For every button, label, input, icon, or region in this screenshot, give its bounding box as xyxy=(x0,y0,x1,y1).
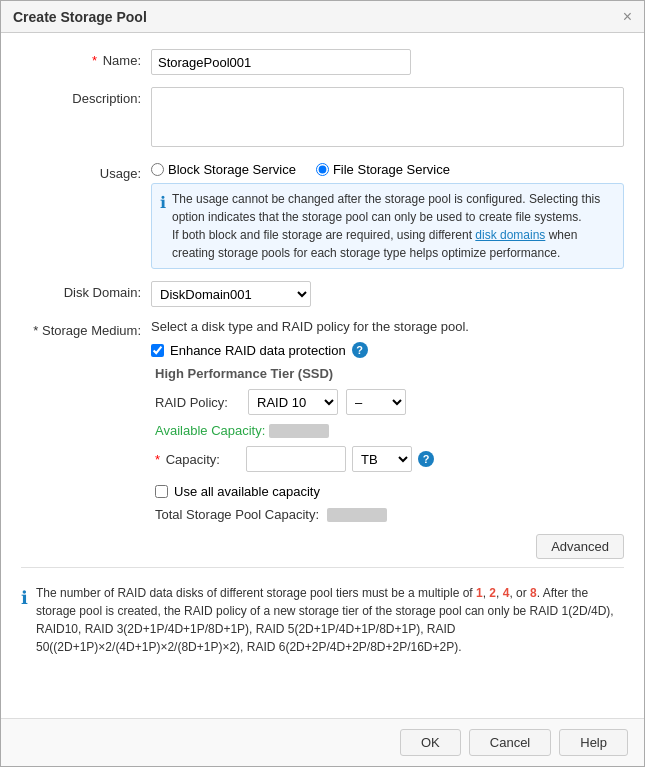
description-row: Description: xyxy=(21,87,624,150)
tier-label-row: High Performance Tier (SSD) xyxy=(151,366,624,381)
total-capacity-label: Total Storage Pool Capacity: xyxy=(155,507,319,522)
dialog-title-bar: Create Storage Pool × xyxy=(1,1,644,33)
highlight-2: 2 xyxy=(489,586,496,600)
capacity-unit-select[interactable]: TB xyxy=(352,446,412,472)
raid-policy-row: RAID Policy: RAID 10 – xyxy=(155,389,624,415)
total-capacity-row: Total Storage Pool Capacity: xyxy=(155,507,624,522)
name-row: * Name: xyxy=(21,49,624,75)
raid-policy-label: RAID Policy: xyxy=(155,395,240,410)
disk-domain-select[interactable]: DiskDomain001 xyxy=(151,281,311,307)
capacity-label: * Capacity: xyxy=(155,452,240,467)
dialog-title: Create Storage Pool xyxy=(13,9,147,25)
enhance-raid-checkbox[interactable] xyxy=(151,344,164,357)
disk-domain-row: Disk Domain: DiskDomain001 xyxy=(21,281,624,307)
usage-row: Usage: Block Storage Service File Storag… xyxy=(21,162,624,269)
raid-policy-select[interactable]: RAID 10 xyxy=(248,389,338,415)
enhance-raid-label: Enhance RAID data protection xyxy=(170,343,346,358)
close-button[interactable]: × xyxy=(623,9,632,25)
usage-content: Block Storage Service File Storage Servi… xyxy=(151,162,624,269)
usage-label: Usage: xyxy=(21,162,151,181)
disk-domain-content: DiskDomain001 xyxy=(151,281,624,307)
cancel-button[interactable]: Cancel xyxy=(469,729,551,756)
help-button[interactable]: Help xyxy=(559,729,628,756)
name-label: * Name: xyxy=(21,49,151,68)
info-bottom-icon: ℹ xyxy=(21,585,28,656)
usage-radio-group: Block Storage Service File Storage Servi… xyxy=(151,162,624,177)
available-capacity-label: Available Capacity: xyxy=(155,423,265,438)
ok-button[interactable]: OK xyxy=(400,729,461,756)
use-all-row: Use all available capacity xyxy=(155,484,624,499)
capacity-row: * Capacity: TB ? xyxy=(155,446,624,472)
file-storage-radio[interactable] xyxy=(316,163,329,176)
storage-medium-row: * Storage Medium: Select a disk type and… xyxy=(21,319,624,522)
storage-medium-hint: Select a disk type and RAID policy for t… xyxy=(151,319,624,334)
capacity-required-star: * xyxy=(155,452,160,467)
raid-dash-select[interactable]: – xyxy=(346,389,406,415)
storage-medium-content: Select a disk type and RAID policy for t… xyxy=(151,319,624,522)
enhance-raid-row: Enhance RAID data protection ? xyxy=(151,342,624,358)
block-storage-radio[interactable] xyxy=(151,163,164,176)
enhance-raid-help-icon[interactable]: ? xyxy=(352,342,368,358)
info-bottom-box: ℹ The number of RAID data disks of diffe… xyxy=(21,576,624,664)
dialog-body: * Name: Description: Usage: Block Storag… xyxy=(1,33,644,718)
capacity-help-icon[interactable]: ? xyxy=(418,451,434,467)
create-storage-pool-dialog: Create Storage Pool × * Name: Descriptio… xyxy=(0,0,645,767)
description-textarea[interactable] xyxy=(151,87,624,147)
disk-domain-label: Disk Domain: xyxy=(21,281,151,300)
name-required-star: * xyxy=(92,53,97,68)
total-capacity-value xyxy=(327,508,387,522)
use-all-label: Use all available capacity xyxy=(174,484,320,499)
file-storage-label: File Storage Service xyxy=(333,162,450,177)
storage-medium-label: * Storage Medium: xyxy=(21,319,151,338)
use-all-checkbox[interactable] xyxy=(155,485,168,498)
description-label: Description: xyxy=(21,87,151,106)
highlight-1: 1 xyxy=(476,586,483,600)
capacity-input[interactable] xyxy=(246,446,346,472)
info-bottom-text: The number of RAID data disks of differe… xyxy=(36,584,624,656)
block-storage-label: Block Storage Service xyxy=(168,162,296,177)
description-field-container xyxy=(151,87,624,150)
advanced-button[interactable]: Advanced xyxy=(536,534,624,559)
usage-info-text: The usage cannot be changed after the st… xyxy=(172,190,615,262)
usage-info-icon: ℹ xyxy=(160,191,166,262)
available-capacity-value xyxy=(269,424,329,438)
highlight-8: 8 xyxy=(530,586,537,600)
block-storage-option[interactable]: Block Storage Service xyxy=(151,162,296,177)
file-storage-option[interactable]: File Storage Service xyxy=(316,162,450,177)
usage-info-box: ℹ The usage cannot be changed after the … xyxy=(151,183,624,269)
dialog-footer: OK Cancel Help xyxy=(1,718,644,766)
name-input[interactable] xyxy=(151,49,411,75)
divider xyxy=(21,567,624,568)
highlight-4: 4 xyxy=(503,586,510,600)
name-field-container xyxy=(151,49,624,75)
available-capacity-row: Available Capacity: xyxy=(155,423,624,438)
tier-label: High Performance Tier (SSD) xyxy=(155,366,333,381)
advanced-row: Advanced xyxy=(21,534,624,559)
